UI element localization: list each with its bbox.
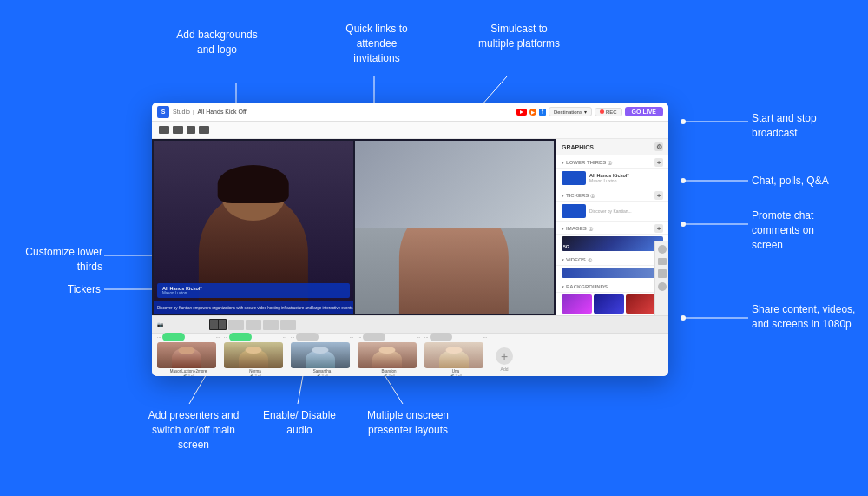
lower-thirds-title: Mason Luxton bbox=[162, 291, 345, 295]
graphics-settings-icon[interactable]: ⚙ bbox=[654, 142, 663, 151]
lower-thirds-thumb bbox=[562, 171, 586, 185]
ticker-text: Discover by Kantian empowers organizatio… bbox=[157, 306, 353, 310]
backgrounds-section-header: ▾ BACKGROUNDS + bbox=[556, 280, 668, 293]
presenter-2-video bbox=[224, 342, 283, 368]
images-add-btn[interactable]: + bbox=[654, 224, 663, 233]
presenter-3-video bbox=[291, 342, 350, 368]
screen-share-icon[interactable] bbox=[173, 126, 183, 134]
destinations-button[interactable]: Destinations ▾ bbox=[549, 107, 592, 116]
lower-thirds-item: All Hands Kickoff Mason Luxton bbox=[556, 169, 668, 188]
presenter-5-status: 🎤 3 all bbox=[424, 374, 487, 376]
sidebar-poll-icon[interactable] bbox=[658, 269, 667, 278]
presenter-cards: ··· ··· MasonLuxton+2more 🎤 3 all ··· ··… bbox=[152, 334, 668, 376]
studio-topbar-icons: ▶ f Destinations ▾ REC GO LIVE bbox=[516, 107, 663, 116]
presenter-1-status: 🎤 3 all bbox=[157, 374, 220, 376]
presenter-2-status: 🎤 3 all bbox=[224, 374, 286, 376]
graphics-panel: GRAPHICS ⚙ ▾ LOWER THIRDS ① + All Hands … bbox=[556, 139, 668, 315]
ticker-item-text: Discover by Kantian... bbox=[589, 208, 632, 214]
ticker-bar: Discover by Kantian empowers organizatio… bbox=[154, 301, 353, 314]
bg-thumb-3[interactable] bbox=[626, 294, 656, 314]
lower-thirds-section-header: ▾ LOWER THIRDS ① + bbox=[556, 155, 668, 169]
layout-selector bbox=[209, 319, 296, 330]
presenter-card-3: ··· ··· Samantha 🎤 3 all bbox=[291, 333, 353, 376]
rec-indicator bbox=[600, 109, 604, 114]
presenter-3-toggle[interactable] bbox=[296, 333, 319, 341]
graphics-header: GRAPHICS ⚙ bbox=[556, 139, 668, 155]
presenter-card-4: ··· ··· Brandon 🎤 3 all bbox=[358, 333, 420, 376]
studio-logo-icon: S bbox=[157, 106, 169, 118]
rec-button[interactable]: REC bbox=[595, 108, 622, 116]
presenter-1-video bbox=[157, 342, 216, 368]
people-icon[interactable] bbox=[187, 126, 195, 134]
backgrounds-thumbs bbox=[562, 294, 663, 314]
layout-3-btn[interactable] bbox=[246, 320, 261, 330]
stream-icon-1[interactable]: ▶ bbox=[529, 109, 536, 116]
tickers-add-btn[interactable]: + bbox=[654, 191, 663, 200]
lower-thirds-overlay: All Hands Kickoff Mason Luxton bbox=[157, 283, 350, 298]
facebook-icon[interactable]: f bbox=[539, 109, 546, 116]
studio-window: S Studio | All Hands Kick Off ▶ f Destin… bbox=[152, 103, 668, 376]
layout-4-btn[interactable] bbox=[263, 320, 279, 330]
studio-event-name: All Hands Kick Off bbox=[197, 109, 516, 115]
presenter-4-video bbox=[358, 342, 417, 368]
image-5g-thumb: 5G bbox=[562, 236, 663, 251]
tickers-section-header: ▾ TICKERS ① + bbox=[556, 188, 668, 202]
right-sidebar-icons bbox=[654, 241, 668, 315]
layout-1-btn[interactable] bbox=[209, 319, 227, 330]
sidebar-chat-icon[interactable] bbox=[658, 258, 667, 265]
presenter-1-toggle[interactable] bbox=[162, 333, 185, 341]
layout-2-btn[interactable] bbox=[228, 320, 244, 330]
studio-toolbar bbox=[152, 122, 668, 139]
layout-5-btn[interactable] bbox=[280, 320, 296, 330]
studio-brand: Studio bbox=[173, 109, 190, 115]
presenter-3-status: 🎤 3 all bbox=[291, 374, 353, 376]
presenter-card-1: ··· ··· MasonLuxton+2more 🎤 3 all bbox=[157, 333, 220, 376]
studio-topbar: S Studio | All Hands Kick Off ▶ f Destin… bbox=[152, 103, 668, 122]
presenter-card-5: ··· ··· Una 🎤 3 all bbox=[424, 333, 487, 376]
presenter-card-2: ··· ··· Norma 🎤 3 all bbox=[224, 333, 286, 376]
add-person-icon[interactable] bbox=[199, 126, 209, 134]
presenter-5-toggle[interactable] bbox=[430, 333, 452, 341]
youtube-icon[interactable] bbox=[516, 109, 527, 116]
videos-section-header: ▾ VIDEOS ① + bbox=[556, 253, 668, 266]
presenter-2-toggle[interactable] bbox=[229, 333, 252, 341]
presenter-strip: 📷 ··· ··· bbox=[152, 315, 668, 376]
studio-main-area: All Hands Kickoff Mason Luxton Discover … bbox=[152, 139, 668, 315]
go-live-button[interactable]: GO LIVE bbox=[625, 107, 663, 116]
presenter-5-video bbox=[424, 342, 483, 368]
video-thumb bbox=[562, 268, 663, 278]
presenter-4-status: 🎤 3 all bbox=[358, 374, 420, 376]
lower-thirds-add-btn[interactable]: + bbox=[654, 158, 663, 167]
tickers-item: Discover by Kantian... bbox=[556, 202, 668, 222]
add-presenter-btn[interactable]: + Add bbox=[491, 342, 517, 376]
camera-icon[interactable] bbox=[159, 126, 169, 134]
strip-header: 📷 bbox=[152, 316, 668, 334]
studio-event-label: | bbox=[193, 109, 194, 115]
video-left: All Hands Kickoff Mason Luxton Discover … bbox=[154, 141, 353, 314]
sidebar-user-icon[interactable] bbox=[658, 245, 667, 254]
ticker-thumb bbox=[562, 204, 586, 218]
presenter-4-toggle[interactable] bbox=[363, 333, 385, 341]
video-area: All Hands Kickoff Mason Luxton Discover … bbox=[152, 139, 556, 315]
video-right bbox=[355, 141, 555, 314]
bg-thumb-1[interactable] bbox=[562, 294, 592, 314]
lower-thirds-item-info: All Hands Kickoff Mason Luxton bbox=[589, 173, 663, 183]
sidebar-settings-icon[interactable] bbox=[658, 282, 667, 291]
bg-thumb-2[interactable] bbox=[594, 294, 624, 314]
strip-label: 📷 bbox=[157, 321, 163, 327]
images-section-header: ▾ IMAGES ① + bbox=[556, 222, 668, 235]
